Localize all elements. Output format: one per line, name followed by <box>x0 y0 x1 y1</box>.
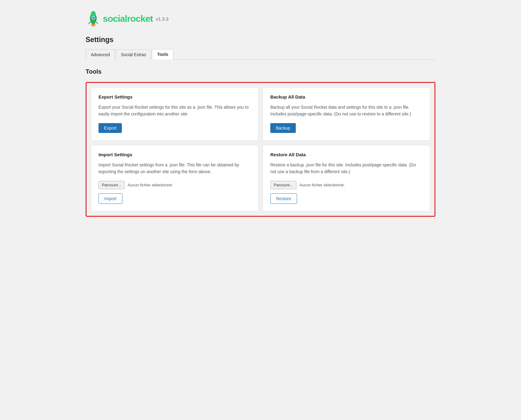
left-column: Export Settings Export your Social Rocke… <box>91 87 258 212</box>
tabs-row: Advanced Social Extras Tools <box>86 49 435 60</box>
tab-tools[interactable]: Tools <box>152 49 173 60</box>
version-label: v1.3.3 <box>156 16 168 21</box>
restore-all-data-card: Restore All Data Restore a backup .json … <box>263 145 430 212</box>
import-file-row: Parcourir... Aucun fichier sélectionné. <box>98 181 251 189</box>
import-no-file-label: Aucun fichier sélectionné. <box>128 183 173 187</box>
svg-point-8 <box>98 16 99 17</box>
header: socialrocket v1.3.3 <box>86 6 435 29</box>
logo-accent-text: rocket <box>127 14 153 24</box>
right-column: Backup All Data Backup all your Social R… <box>263 87 430 212</box>
logo-brand: socialrocket <box>103 14 153 24</box>
rocket-logo-icon <box>86 11 101 26</box>
page-title: Settings <box>86 36 435 44</box>
restore-no-file-label: Aucun fichier sélectionné. <box>299 183 345 187</box>
export-settings-card: Export Settings Export your Social Rocke… <box>91 87 258 141</box>
export-settings-title: Export Settings <box>98 94 251 99</box>
logo-area: socialrocket v1.3.3 <box>86 11 168 26</box>
page-wrapper: socialrocket v1.3.3 Settings Advanced So… <box>76 0 445 223</box>
backup-all-data-title: Backup All Data <box>270 94 423 99</box>
import-settings-title: Import Settings <box>98 152 251 157</box>
tools-highlight-box: Export Settings Export your Social Rocke… <box>86 82 435 217</box>
restore-all-data-desc: Restore a backup .json file for this sit… <box>270 161 423 175</box>
backup-all-data-desc: Backup all your Social Rocket data and s… <box>270 104 423 118</box>
tools-section-title: Tools <box>86 68 435 75</box>
backup-all-data-card: Backup All Data Backup all your Social R… <box>263 87 430 141</box>
restore-file-row: Parcourir... Aucun fichier sélectionné. <box>270 181 423 189</box>
export-button[interactable]: Export <box>98 123 122 133</box>
export-settings-desc: Export your Social Rocket settings for t… <box>98 104 251 118</box>
import-settings-card: Import Settings Import Social Rocket set… <box>91 145 258 212</box>
import-button[interactable]: Import <box>98 193 122 204</box>
restore-browse-button[interactable]: Parcourir... <box>270 181 296 189</box>
svg-point-4 <box>92 16 95 19</box>
import-browse-button[interactable]: Parcourir... <box>98 181 125 189</box>
svg-marker-6 <box>96 21 99 25</box>
import-settings-desc: Import Social Rocket settings from a .js… <box>98 161 251 175</box>
tab-advanced[interactable]: Advanced <box>86 49 115 60</box>
svg-point-9 <box>87 19 87 20</box>
logo-brand-text: social <box>103 14 127 24</box>
svg-point-7 <box>88 14 88 14</box>
svg-marker-5 <box>88 21 91 25</box>
restore-button[interactable]: Restore <box>270 193 297 204</box>
backup-button[interactable]: Backup <box>270 123 296 133</box>
tab-social-extras[interactable]: Social Extras <box>116 49 151 60</box>
restore-all-data-title: Restore All Data <box>270 152 423 157</box>
